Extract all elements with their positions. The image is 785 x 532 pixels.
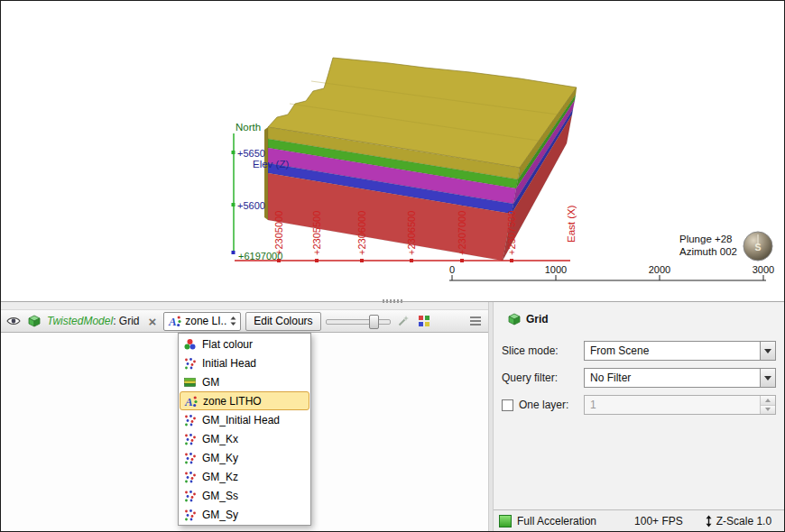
scale-label: 0 <box>449 264 455 275</box>
compass-ball[interactable]: S <box>743 232 772 261</box>
colour-menu-item[interactable]: Initial Head <box>180 353 309 372</box>
elev-tick-label: +5600 <box>237 200 265 211</box>
grid-properties-panel: Grid Slice mode: From Scene Query filter… <box>494 302 784 531</box>
edit-colours-label: Edit Colours <box>254 315 312 327</box>
menu-item-label: GM_Initial Head <box>202 414 280 427</box>
numeric-values-icon <box>183 433 197 445</box>
acceleration-status: Full Acceleration <box>517 515 596 527</box>
spinner-down-icon[interactable] <box>761 406 775 415</box>
z-scale-arrows-icon <box>705 515 713 527</box>
one-layer-row: One layer: 1 <box>502 395 776 415</box>
z-scale-control[interactable]: Z-Scale 1.0 <box>705 515 771 527</box>
scale-bar: 0 1000 2000 3000 <box>449 264 774 280</box>
grid-object-icon <box>26 312 42 330</box>
north-axis-label: North <box>236 122 261 133</box>
colour-menu-item[interactable]: GM_Kz <box>180 467 309 486</box>
numeric-values-icon <box>183 471 197 483</box>
east-tick-label: +2305000 <box>273 211 284 255</box>
colour-menu-item[interactable]: GM_Kx <box>180 429 309 448</box>
scene-object-title: TwistedModel: Grid <box>47 315 139 327</box>
azimuth-value: Azimuth 002 <box>679 246 737 257</box>
panel-header: Grid <box>508 313 549 326</box>
category-layers-icon <box>183 376 197 389</box>
flat-colour-icon <box>183 338 197 351</box>
object-type: : Grid <box>113 315 139 327</box>
zone-litho-icon <box>184 395 198 408</box>
elev-axis-label: Elev (Z) <box>253 159 289 170</box>
menu-item-label: GM <box>202 376 219 389</box>
one-layer-value: 1 <box>585 396 760 414</box>
scale-label: 3000 <box>753 264 774 275</box>
compass-south-label: S <box>754 242 761 252</box>
numeric-values-icon <box>183 490 197 502</box>
colour-option-value: zone LI... <box>185 315 226 327</box>
east-tick-label: +2307000 <box>457 211 467 255</box>
scale-label: 1000 <box>545 264 567 275</box>
east-tick-label: +2306000 <box>356 211 367 255</box>
colour-menu-item[interactable]: GM <box>180 372 309 391</box>
edit-colours-button[interactable]: Edit Colours <box>245 312 320 331</box>
slider-handle[interactable] <box>369 315 379 329</box>
menu-item-label: GM_Ky <box>202 452 238 464</box>
scene-viewport[interactable]: North +5650 Elev (Z) +5600 +6197000 +230… <box>1 1 784 302</box>
east-tick-label: +2306500 <box>406 211 417 255</box>
scene-canvas[interactable]: North +5650 Elev (Z) +5600 +6197000 +230… <box>1 1 784 301</box>
spinner-buttons <box>760 396 775 414</box>
east-axis-label: East (X) <box>566 205 577 243</box>
bottom-panel: TwistedModel: Grid × zone LI... Edit Col… <box>1 302 784 531</box>
chevron-down-icon <box>760 369 775 387</box>
query-filter-select[interactable]: No Filter <box>584 368 776 388</box>
application-window: North +5650 Elev (Z) +5600 +6197000 +230… <box>0 0 785 532</box>
elev-tick-label: +5650 <box>237 148 265 159</box>
menu-item-label: zone LITHO <box>203 395 262 408</box>
numeric-values-icon <box>183 414 197 427</box>
colour-menu-item[interactable]: Flat colour <box>180 335 309 353</box>
menu-item-label: GM_Ss <box>202 490 238 502</box>
status-bar: Full Acceleration 100+ FPS Z-Scale 1.0 <box>494 509 784 531</box>
menu-item-label: Initial Head <box>202 357 256 370</box>
visibility-eye-icon[interactable] <box>5 312 22 330</box>
opacity-slider[interactable] <box>326 312 391 330</box>
colour-options-menu: Flat colour Initial Head GM zone LITHO G… <box>178 333 311 526</box>
colour-menu-item[interactable]: GM_Sy <box>180 505 309 524</box>
slice-mode-value: From Scene <box>585 342 760 360</box>
properties-list-icon[interactable] <box>467 312 484 330</box>
colour-swatches-icon[interactable] <box>416 312 432 330</box>
slice-mode-select[interactable]: From Scene <box>584 341 776 361</box>
menu-item-label: Flat colour <box>202 338 253 351</box>
scale-label: 2000 <box>649 264 670 275</box>
colour-menu-item[interactable]: GM_Ky <box>180 448 309 467</box>
remove-object-icon[interactable]: × <box>148 315 156 328</box>
scene-object-toolbar: TwistedModel: Grid × zone LI... Edit Col… <box>1 309 488 333</box>
zone-litho-icon <box>168 315 181 327</box>
numeric-values-icon <box>183 452 197 464</box>
numeric-values-icon <box>183 509 197 521</box>
one-layer-label: One layer: <box>519 399 584 411</box>
slice-mode-label: Slice mode: <box>502 344 584 357</box>
chevron-down-icon <box>760 342 775 360</box>
dropdown-updown-icon <box>230 316 236 326</box>
acceleration-indicator-icon[interactable] <box>499 515 512 527</box>
query-filter-row: Query filter: No Filter <box>502 368 776 388</box>
slider-track <box>326 319 391 325</box>
plunge-value: Plunge +28 <box>679 234 733 244</box>
one-layer-spinner[interactable]: 1 <box>584 395 776 415</box>
z-scale-value: Z-Scale 1.0 <box>716 515 771 527</box>
colour-menu-item[interactable]: GM_Ss <box>180 486 309 505</box>
menu-item-label: GM_Kz <box>202 471 238 483</box>
brush-wand-icon[interactable] <box>395 312 411 330</box>
fps-readout: 100+ FPS <box>634 515 683 527</box>
orientation-readout: Plunge +28 Azimuth 002 <box>679 234 737 257</box>
horizontal-splitter-handle[interactable] <box>383 299 404 303</box>
query-filter-value: No Filter <box>585 369 760 387</box>
object-name: TwistedModel <box>47 315 113 327</box>
colour-menu-item[interactable]: zone LITHO <box>180 391 309 410</box>
query-filter-label: Query filter: <box>502 371 584 384</box>
colour-option-dropdown[interactable]: zone LI... <box>163 312 241 331</box>
colour-menu-item[interactable]: GM_Initial Head <box>180 410 309 429</box>
east-tick-label: +2305500 <box>311 211 322 255</box>
grid-object-icon <box>508 313 521 326</box>
one-layer-checkbox[interactable] <box>502 399 513 411</box>
panel-title: Grid <box>526 313 549 326</box>
spinner-up-icon[interactable] <box>761 396 775 406</box>
